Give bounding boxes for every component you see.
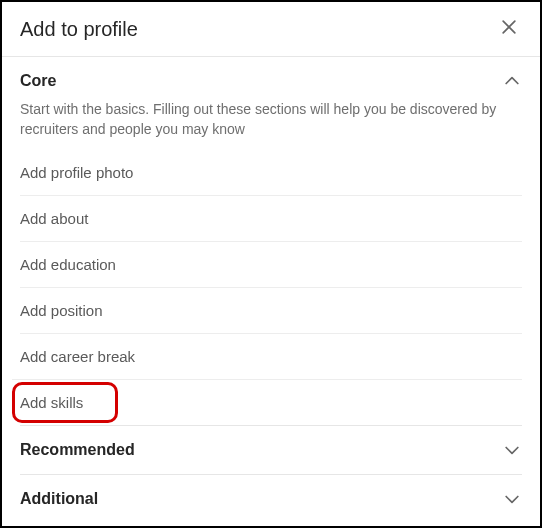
- core-item-list: Add profile photo Add about Add educatio…: [20, 150, 522, 425]
- modal-title: Add to profile: [20, 18, 138, 41]
- recommended-section-toggle[interactable]: Recommended: [20, 425, 522, 474]
- add-career-break-link[interactable]: Add career break: [20, 348, 522, 365]
- list-item: Add education: [20, 241, 522, 287]
- list-item-highlighted: Add skills: [12, 379, 522, 425]
- chevron-down-icon: [502, 440, 522, 460]
- additional-section: Additional: [2, 474, 540, 523]
- add-about-link[interactable]: Add about: [20, 210, 522, 227]
- recommended-section-title: Recommended: [20, 441, 135, 459]
- list-item: Add position: [20, 287, 522, 333]
- core-section: Core Start with the basics. Filling out …: [2, 57, 540, 425]
- additional-section-title: Additional: [20, 490, 98, 508]
- modal-header: Add to profile: [2, 2, 540, 57]
- core-section-title: Core: [20, 72, 56, 90]
- chevron-down-icon: [502, 489, 522, 509]
- chevron-up-icon: [502, 71, 522, 91]
- close-icon: [499, 17, 519, 41]
- core-section-toggle[interactable]: Core: [20, 57, 522, 99]
- add-position-link[interactable]: Add position: [20, 302, 522, 319]
- core-section-description: Start with the basics. Filling out these…: [20, 99, 522, 150]
- add-to-profile-modal: Add to profile Core Start with the basic…: [2, 2, 540, 526]
- list-item: Add profile photo: [20, 150, 522, 195]
- recommended-section: Recommended: [2, 425, 540, 474]
- close-button[interactable]: [496, 16, 522, 42]
- add-profile-photo-link[interactable]: Add profile photo: [20, 164, 522, 181]
- list-item: Add about: [20, 195, 522, 241]
- add-skills-link[interactable]: Add skills: [20, 394, 522, 411]
- additional-section-toggle[interactable]: Additional: [20, 474, 522, 523]
- list-item: Add career break: [20, 333, 522, 379]
- add-education-link[interactable]: Add education: [20, 256, 522, 273]
